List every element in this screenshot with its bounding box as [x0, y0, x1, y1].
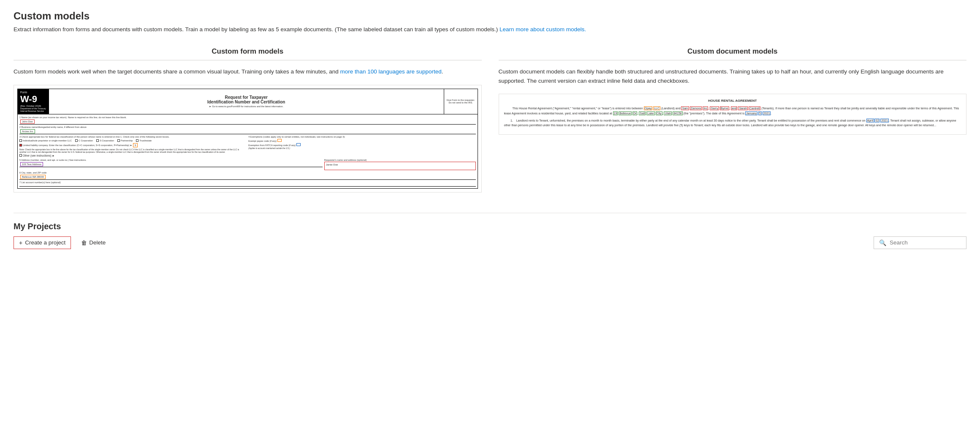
w9-field2-label: 2 Business name/disregarded entity name,… — [19, 126, 476, 128]
checkbox-llc: Limited liability company. Enter the tax… — [19, 143, 138, 147]
w9-subtitle: Identification Number and Certification — [52, 100, 440, 104]
form-models-description: Custom form models work well when the ta… — [14, 67, 482, 76]
page-description: Extract information from forms and docum… — [14, 25, 966, 34]
toolbar-left: + Create a project 🗑 Delete — [14, 236, 109, 249]
projects-toolbar: + Create a project 🗑 Delete 🔍 — [14, 236, 966, 249]
my-projects-title: My Projects — [14, 222, 966, 231]
learn-more-link[interactable]: Learn more about custom models. — [500, 26, 586, 33]
rental-doc-title: HOUSE RENTAL AGREEMENT — [504, 98, 961, 103]
rental-doc-preview: HOUSE RENTAL AGREEMENT This House Rental… — [499, 94, 967, 135]
w9-field1-label: 1 Name (as shown on your income tax retu… — [19, 116, 476, 119]
w9-field2-value: Arctex Inc — [20, 129, 35, 133]
form-models-section: Custom form models Custom form models wo… — [14, 47, 482, 193]
w9-applies-note: (Applies to accounts maintained outside … — [248, 147, 475, 149]
search-input[interactable] — [890, 239, 961, 246]
w9-city-value: Bellevue WA 98000 — [20, 175, 46, 179]
document-models-heading: Custom document models — [499, 47, 967, 60]
plus-icon: + — [19, 239, 22, 246]
create-project-label: Create a project — [25, 239, 65, 246]
description-text: Extract information from forms and docum… — [14, 26, 498, 33]
checkbox-trust: Trust/estate — [136, 139, 152, 142]
w9-form-preview: Form W-9 (Rev. October 2018) Department … — [14, 85, 482, 193]
checkbox-other: Other (see instructions) ► — [19, 154, 247, 157]
w9-llc-note: Note: Check the appropriate box in the l… — [19, 148, 247, 153]
w9-exempt-payee: Exempt payee code (if any) — [248, 139, 475, 142]
search-box: 🔍 — [874, 236, 966, 249]
trash-icon: 🗑 — [81, 239, 87, 246]
w9-city-label: 6 City, state, and ZIP code — [19, 171, 476, 174]
delete-button[interactable]: 🗑 Delete — [78, 237, 109, 249]
w9-title: Request for Taxpayer — [52, 95, 440, 100]
w9-side-note: Give Form to the requester. Do not send … — [444, 89, 478, 114]
my-projects-section: My Projects + Create a project 🗑 Delete … — [14, 213, 966, 249]
languages-link[interactable]: more than 100 languages are supported — [340, 68, 442, 75]
w9-url: ► Go to www.irs.gov/FormW9 for instructi… — [52, 105, 440, 108]
w9-address-value: 100 Test Address — [20, 162, 43, 166]
w9-requester-label: Requester's name and address (optional) — [324, 159, 476, 161]
checkbox-s-corp: S Corporation — [96, 139, 114, 142]
w9-form-number: W-9 — [20, 94, 46, 105]
w9-field3-label: 3 Check appropriate box for federal tax … — [19, 136, 247, 138]
document-models-description: Custom document models can flexibly hand… — [499, 67, 967, 85]
search-icon: 🔍 — [879, 239, 886, 246]
document-models-section: Custom document models Custom document m… — [499, 47, 967, 193]
form-models-heading: Custom form models — [14, 47, 482, 60]
w9-account-label: 7 List account number(s) here (optional) — [19, 181, 476, 184]
w9-address-label: 5 Address (number, street, and apt. or s… — [19, 159, 323, 161]
delete-label: Delete — [89, 239, 106, 246]
w9-exemptions-label: 4 Exemptions (codes apply only to certai… — [248, 136, 475, 138]
models-grid: Custom form models Custom form models wo… — [14, 47, 966, 193]
w9-requester-value: Jamie Doe — [324, 162, 476, 170]
w9-fatca: Exemption from FATCA reporting code (if … — [248, 143, 475, 146]
w9-form-label: Form — [20, 91, 46, 94]
checkbox-c-corp: C Corporation — [75, 139, 93, 142]
page-title: Custom models — [14, 10, 966, 22]
create-project-button[interactable]: + Create a project — [14, 236, 71, 249]
rental-para-1: This House Rental Agreement ("Agreement,… — [504, 106, 961, 115]
rental-para-2: 1. Landlord rents to Tenant, unfurnished… — [504, 118, 961, 127]
checkbox-partnership: Partnership — [117, 139, 133, 142]
checkbox-individual: Individual/sole proprietor or single-mem… — [19, 139, 72, 142]
w9-field1-value: John Doe — [20, 119, 35, 124]
w9-irs: Internal Revenue Service — [20, 110, 46, 112]
